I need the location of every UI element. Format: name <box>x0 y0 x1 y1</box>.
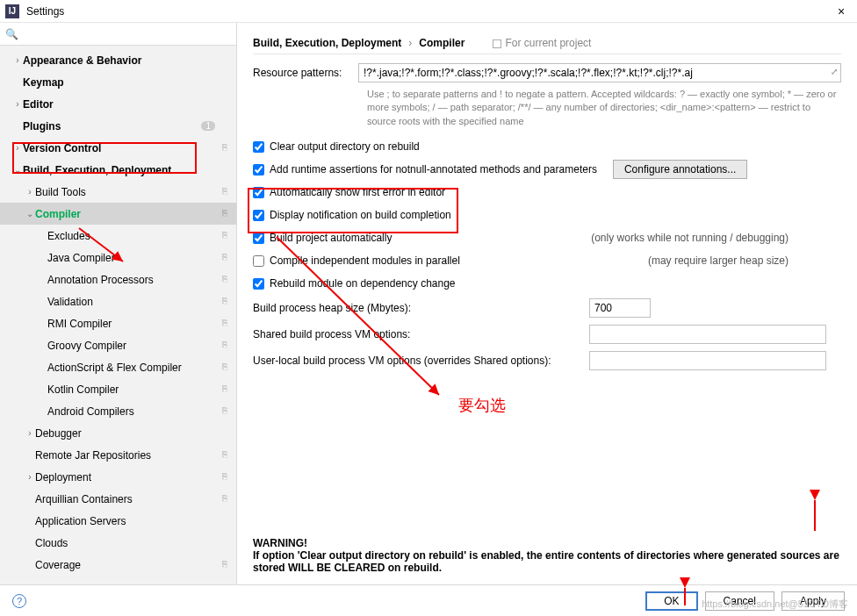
tree-item-rmi-compiler[interactable]: RMI Compiler⎘ <box>0 312 236 334</box>
tree-item-label: Groovy Compiler <box>47 340 219 352</box>
tree-item-appearance-behavior[interactable]: ›Appearance & Behavior <box>0 49 236 71</box>
tree-item-label: Build, Execution, Deployment <box>23 164 219 176</box>
tree-item-label: Build Tools <box>35 186 219 198</box>
compile-parallel-note: (may require larger heap size) <box>648 254 789 267</box>
tree-item-clouds[interactable]: Clouds <box>0 532 236 554</box>
tree-item-application-servers[interactable]: Application Servers <box>0 510 236 532</box>
tree-item-label: Keymap <box>23 76 219 89</box>
scope-label: For current project <box>493 37 591 49</box>
help-button[interactable]: ? <box>12 594 26 608</box>
tree-item-label: Debugger <box>35 427 219 440</box>
project-scope-icon: ⎘ <box>219 449 231 462</box>
tree-item-deployment[interactable]: ›Deployment⎘ <box>0 466 236 488</box>
runtime-assertions-checkbox[interactable] <box>253 164 264 175</box>
project-scope-icon <box>219 120 231 133</box>
chevron-icon: › <box>25 187 35 197</box>
tree-item-debugger[interactable]: ›Debugger <box>0 422 236 444</box>
tree-item-label: Coverage <box>35 559 219 571</box>
breadcrumb: Build, Execution, Deployment › Compiler … <box>253 32 841 54</box>
display-notification-label: Display notification on build completion <box>270 209 451 221</box>
tree-item-coverage[interactable]: Coverage⎘ <box>0 554 236 576</box>
tree-item-label: Deployment <box>35 471 219 483</box>
heap-size-label: Build process heap size (Mbytes): <box>253 302 582 314</box>
chevron-right-icon: › <box>408 37 412 49</box>
settings-tree[interactable]: ›Appearance & BehaviorKeymap›EditorPlugi… <box>0 46 236 584</box>
dialog-footer: ? OK Cancel Apply <box>0 584 857 616</box>
close-button[interactable]: × <box>831 4 852 18</box>
tree-item-label: Validation <box>47 296 219 308</box>
project-scope-icon <box>219 76 231 89</box>
build-automatically-checkbox[interactable] <box>253 233 264 244</box>
runtime-assertions-label: Add runtime assertions for notnull-annot… <box>270 163 597 175</box>
tree-item-plugins[interactable]: Plugins1 <box>0 115 236 137</box>
build-automatically-label: Build project automatically <box>270 232 392 244</box>
breadcrumb-part[interactable]: Compiler <box>419 37 465 49</box>
shared-vm-label: Shared build process VM options: <box>253 328 582 340</box>
search-bar[interactable]: 🔍 <box>0 23 236 46</box>
tree-item-remote-jar-repositories[interactable]: Remote Jar Repositories⎘ <box>0 444 236 466</box>
display-notification-checkbox[interactable] <box>253 210 264 221</box>
tree-item-version-control[interactable]: ›Version Control⎘ <box>0 137 236 159</box>
tree-item-build-execution-deployment[interactable]: ⌄Build, Execution, Deployment <box>0 159 236 181</box>
chevron-icon: › <box>25 428 35 438</box>
chevron-icon: › <box>12 55 23 65</box>
ok-button[interactable]: OK <box>645 591 697 611</box>
build-automatically-note: (only works while not running / debuggin… <box>591 232 789 244</box>
project-scope-icon <box>219 54 231 67</box>
tree-item-label: ActionScript & Flex Compiler <box>47 362 219 374</box>
project-scope-icon: ⎘ <box>219 274 231 286</box>
project-scope-icon <box>493 39 501 48</box>
tree-item-label: Version Control <box>23 142 219 154</box>
tree-item-java-compiler[interactable]: Java Compiler⎘ <box>0 247 236 269</box>
tree-item-build-tools[interactable]: ›Build Tools⎘ <box>0 181 236 203</box>
project-scope-icon: ⎘ <box>219 208 231 220</box>
heap-size-input[interactable] <box>589 298 651 318</box>
tree-item-groovy-compiler[interactable]: Groovy Compiler⎘ <box>0 334 236 356</box>
project-scope-icon: ⎘ <box>219 471 231 483</box>
project-scope-icon: ⎘ <box>219 318 231 330</box>
project-scope-icon <box>219 164 231 176</box>
resource-patterns-input[interactable]: !?*.java;!?*.form;!?*.class;!?*.groovy;!… <box>358 63 841 82</box>
cancel-button[interactable]: Cancel <box>705 591 774 611</box>
tree-item-annotation-processors[interactable]: Annotation Processors⎘ <box>0 269 236 290</box>
project-scope-icon: ⎘ <box>219 493 231 505</box>
search-icon: 🔍 <box>5 28 18 40</box>
search-input[interactable] <box>22 28 231 40</box>
tree-item-label: Android Compilers <box>47 405 219 418</box>
warning-block: WARNING! If option 'Clear output directo… <box>253 537 841 574</box>
project-scope-icon <box>219 427 231 440</box>
tree-item-label: Java Compiler <box>47 252 219 264</box>
project-scope-icon: ⎘ <box>219 230 231 242</box>
rebuild-dependency-checkbox[interactable] <box>253 278 264 290</box>
user-vm-input[interactable] <box>589 351 826 370</box>
chevron-icon: › <box>12 143 23 153</box>
tree-item-android-compilers[interactable]: Android Compilers⎘ <box>0 400 236 422</box>
configure-annotations-button[interactable]: Configure annotations... <box>613 160 747 179</box>
chevron-icon: › <box>25 472 35 482</box>
breadcrumb-part[interactable]: Build, Execution, Deployment <box>253 37 401 49</box>
tree-item-compiler[interactable]: ⌄Compiler⎘ <box>0 203 236 225</box>
window-title: Settings <box>26 5 831 18</box>
first-error-label: Automatically show first error in editor <box>270 186 445 198</box>
tree-item-label: Application Servers <box>35 515 219 527</box>
patterns-hint: Use ; to separate patterns and ! to nega… <box>367 88 841 128</box>
tree-item-keymap[interactable]: Keymap <box>0 71 236 93</box>
project-scope-icon <box>219 515 231 527</box>
first-error-checkbox[interactable] <box>253 187 264 198</box>
tree-item-validation[interactable]: Validation⎘ <box>0 290 236 312</box>
expand-icon[interactable]: ⤢ <box>831 67 838 76</box>
project-scope-icon: ⎘ <box>219 559 231 571</box>
tree-item-excludes[interactable]: Excludes⎘ <box>0 225 236 247</box>
apply-button[interactable]: Apply <box>781 591 845 611</box>
tree-item-editor[interactable]: ›Editor <box>0 93 236 115</box>
tree-item-label: Editor <box>23 98 219 111</box>
tree-item-kotlin-compiler[interactable]: Kotlin Compiler⎘ <box>0 378 236 400</box>
clear-output-checkbox[interactable] <box>253 141 264 153</box>
tree-item-actionscript-flex-compiler[interactable]: ActionScript & Flex Compiler⎘ <box>0 356 236 378</box>
project-scope-icon <box>219 98 231 111</box>
tree-item-arquillian-containers[interactable]: Arquillian Containers⎘ <box>0 488 236 510</box>
project-scope-icon <box>219 537 231 549</box>
compile-parallel-checkbox[interactable] <box>253 255 264 267</box>
user-vm-label: User-local build process VM options (ove… <box>253 355 582 367</box>
shared-vm-input[interactable] <box>589 325 826 344</box>
